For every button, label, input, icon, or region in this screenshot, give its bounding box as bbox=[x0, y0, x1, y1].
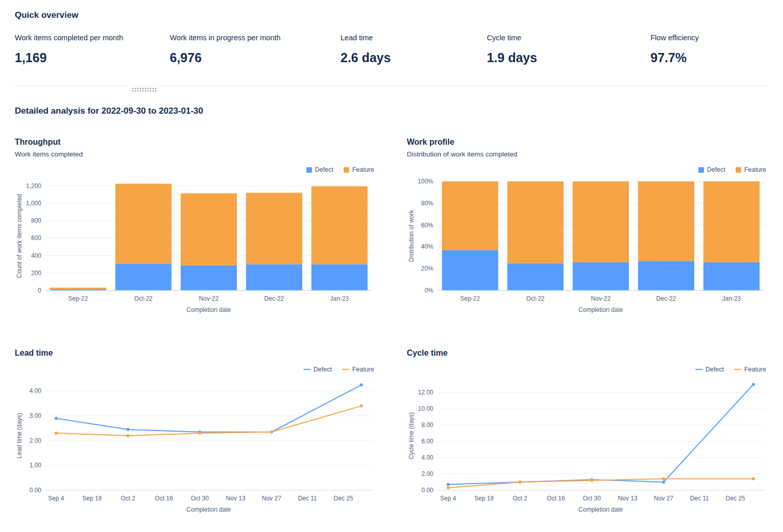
data-point-defect[interactable] bbox=[55, 417, 58, 420]
series-line-defect[interactable] bbox=[448, 384, 753, 484]
data-point-feature[interactable] bbox=[360, 405, 363, 408]
x-tick-label: Dec 11 bbox=[690, 495, 709, 502]
chart-title: Lead time bbox=[15, 349, 374, 358]
kpi-lead-time: Lead time 2.6 days bbox=[341, 34, 487, 65]
bar-segment-defect[interactable] bbox=[572, 262, 629, 290]
y-tick-label: 12.00 bbox=[418, 389, 433, 396]
x-axis-title: Completion date bbox=[579, 306, 623, 313]
series-line-feature[interactable] bbox=[56, 406, 361, 436]
bar-segment-feature[interactable] bbox=[180, 193, 237, 265]
bar-segment-feature[interactable] bbox=[50, 288, 106, 289]
legend-label: Defect bbox=[314, 366, 332, 373]
y-axis-title: Distribution of work bbox=[408, 209, 415, 262]
bar-segment-defect[interactable] bbox=[246, 264, 302, 290]
throughput-chart[interactable]: 02004006008001,0001,200Sep-22Oct-22Nov-2… bbox=[15, 176, 374, 317]
data-point-feature[interactable] bbox=[126, 434, 129, 437]
x-tick-label: Oct 30 bbox=[191, 495, 209, 502]
legend-item-defect[interactable]: Defect bbox=[306, 166, 333, 173]
data-point-feature[interactable] bbox=[518, 481, 521, 484]
legend-item-defect[interactable]: Defect bbox=[303, 366, 332, 373]
resize-grip-icon[interactable] bbox=[132, 87, 158, 92]
x-tick-label: Jan-23 bbox=[330, 295, 349, 302]
x-axis-title: Completion date bbox=[579, 506, 623, 513]
data-point-feature[interactable] bbox=[590, 479, 593, 482]
bar-segment-feature[interactable] bbox=[572, 181, 629, 262]
data-point-defect[interactable] bbox=[447, 483, 450, 486]
bar-segment-feature[interactable] bbox=[507, 181, 563, 263]
legend-item-defect[interactable]: Defect bbox=[698, 166, 725, 173]
data-point-feature[interactable] bbox=[198, 432, 201, 435]
work-profile-plot[interactable]: 0%20%40%60%80%100%Sep-22Oct-22Nov-22Dec-… bbox=[407, 176, 766, 315]
quick-overview-title: Quick overview bbox=[15, 10, 767, 20]
y-tick-label: 3.00 bbox=[30, 412, 42, 419]
work-profile-chart[interactable]: 0%20%40%60%80%100%Sep-22Oct-22Nov-22Dec-… bbox=[407, 176, 766, 317]
y-tick-label: 1.00 bbox=[30, 462, 42, 469]
x-axis-title: Completion date bbox=[187, 506, 231, 513]
data-point-defect[interactable] bbox=[752, 383, 755, 386]
legend-swatch-icon bbox=[342, 369, 349, 370]
data-point-feature[interactable] bbox=[662, 477, 665, 481]
y-tick-label: 80% bbox=[421, 200, 433, 207]
bar-segment-feature[interactable] bbox=[703, 181, 760, 262]
data-point-defect[interactable] bbox=[126, 428, 129, 431]
chart-title: Cycle time bbox=[407, 349, 766, 358]
legend-item-feature[interactable]: Feature bbox=[736, 166, 766, 173]
y-tick-label: 20% bbox=[421, 265, 433, 272]
bar-segment-defect[interactable] bbox=[180, 265, 237, 290]
y-tick-label: 2.00 bbox=[30, 437, 42, 444]
bar-segment-feature[interactable] bbox=[311, 187, 368, 264]
legend-swatch-icon bbox=[344, 167, 349, 173]
chart-title: Throughput bbox=[15, 138, 374, 147]
y-tick-label: 0.00 bbox=[30, 487, 42, 494]
x-tick-label: Oct 2 bbox=[121, 495, 136, 502]
divider-line bbox=[15, 86, 767, 86]
cycle-time-plot[interactable]: 0.002.004.006.008.0010.0012.00Sep 4Sep 1… bbox=[407, 376, 766, 515]
bar-segment-feature[interactable] bbox=[246, 193, 302, 264]
data-point-defect[interactable] bbox=[662, 481, 665, 484]
data-point-feature[interactable] bbox=[447, 486, 450, 489]
bar-segment-defect[interactable] bbox=[442, 250, 498, 290]
x-tick-label: Sep 18 bbox=[83, 495, 102, 502]
bar-segment-defect[interactable] bbox=[115, 264, 171, 290]
bar-segment-feature[interactable] bbox=[442, 181, 498, 250]
x-tick-label: Nov 27 bbox=[654, 495, 673, 502]
kpi-value: 97.7% bbox=[650, 50, 767, 65]
x-tick-label: Oct 30 bbox=[583, 495, 601, 502]
data-point-feature[interactable] bbox=[270, 431, 273, 434]
x-axis-title: Completion date bbox=[187, 306, 231, 313]
throughput-plot[interactable]: 02004006008001,0001,200Sep-22Oct-22Nov-2… bbox=[15, 176, 374, 315]
kpi-work-items-completed: Work items completed per month 1,169 bbox=[15, 34, 170, 65]
bar-segment-defect[interactable] bbox=[311, 264, 368, 290]
x-tick-label: Sep-22 bbox=[68, 295, 88, 302]
bar-segment-defect[interactable] bbox=[638, 261, 694, 290]
bar-segment-defect[interactable] bbox=[703, 262, 760, 290]
x-tick-label: Sep-22 bbox=[460, 295, 480, 302]
y-tick-label: 0.00 bbox=[422, 487, 434, 494]
x-tick-label: Dec-22 bbox=[656, 295, 676, 302]
legend-item-feature[interactable]: Feature bbox=[342, 366, 374, 373]
chart-subtitle: Distribution of work items completed bbox=[407, 150, 766, 158]
x-tick-label: Nov-22 bbox=[199, 295, 219, 302]
x-tick-label: Nov 27 bbox=[262, 495, 281, 502]
legend-swatch-icon bbox=[734, 369, 741, 370]
bar-segment-feature[interactable] bbox=[115, 184, 171, 264]
kpi-cycle-time: Cycle time 1.9 days bbox=[487, 34, 650, 65]
legend-item-feature[interactable]: Feature bbox=[734, 366, 766, 373]
legend-swatch-icon bbox=[695, 369, 702, 370]
data-point-defect[interactable] bbox=[360, 383, 363, 386]
y-tick-label: 4.00 bbox=[422, 454, 434, 461]
bar-segment-defect[interactable] bbox=[507, 263, 563, 291]
data-point-feature[interactable] bbox=[55, 432, 58, 435]
lead-time-plot[interactable]: 0.001.002.003.004.00Sep 4Sep 18Oct 2Oct … bbox=[15, 376, 374, 515]
lead-time-chart[interactable]: 0.001.002.003.004.00Sep 4Sep 18Oct 2Oct … bbox=[15, 376, 374, 517]
legend-item-feature[interactable]: Feature bbox=[344, 166, 374, 173]
data-point-feature[interactable] bbox=[752, 477, 755, 481]
legend-item-defect[interactable]: Defect bbox=[695, 366, 724, 373]
chart-legend: DefectFeature bbox=[407, 365, 766, 374]
bar-segment-feature[interactable] bbox=[638, 181, 694, 261]
series-line-defect[interactable] bbox=[56, 385, 361, 432]
kpi-value: 1.9 days bbox=[487, 50, 650, 65]
cycle-time-chart[interactable]: 0.002.004.006.008.0010.0012.00Sep 4Sep 1… bbox=[407, 376, 766, 517]
y-tick-label: 8.00 bbox=[422, 421, 434, 429]
x-tick-label: Oct-22 bbox=[526, 295, 544, 302]
